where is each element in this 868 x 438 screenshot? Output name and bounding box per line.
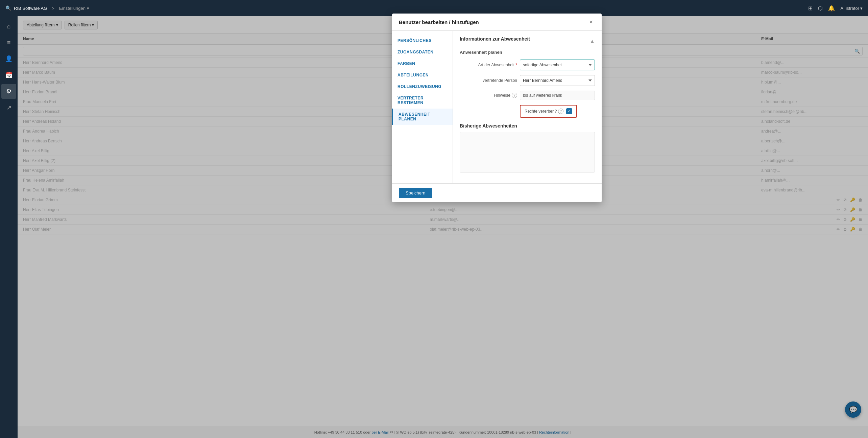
sidebar-item-calendar[interactable]: 📅	[1, 68, 16, 83]
dialog-body: PERSÖNLICHES ZUGANGSDATEN FARBEN ABTEILU…	[392, 31, 602, 183]
help-icon-hinweise[interactable]: ?	[512, 93, 517, 98]
breadcrumb-section[interactable]: Einstellungen ▾	[59, 6, 89, 11]
help-icon-rechte[interactable]: ?	[558, 109, 563, 114]
sidebar-item-home[interactable]: ⌂	[1, 19, 16, 34]
form-row-hinweise: Hinweise ? bis auf weiteres krank	[460, 91, 595, 100]
sidebar: ⌂ ≡ 👤 📅 ⚙ ↗	[0, 16, 18, 438]
topbar-left: 🔍 RIB Software AG > Einstellungen ▾	[5, 5, 89, 11]
collapse-icon[interactable]: ▲	[589, 38, 595, 44]
dialog-nav: PERSÖNLICHES ZUGANGSDATEN FARBEN ABTEILU…	[392, 31, 453, 183]
rechte-vererben-box: Rechte vererben? ? ✓	[520, 105, 577, 118]
rechte-label: Rechte vererben? ?	[525, 109, 563, 114]
bisherige-title: Bisherige Abwesenheiten	[460, 123, 595, 129]
nav-item-farben[interactable]: FARBEN	[392, 58, 453, 69]
label-hinweise: Hinweise ?	[460, 93, 517, 98]
window-icon[interactable]: ⬡	[818, 5, 823, 11]
label-vertreter: vertretende Person	[460, 78, 517, 83]
nav-item-abwesenheit[interactable]: ABWESENHEIT PLANEN	[392, 109, 453, 125]
form-row-art: Art der Abwesenheit sofortige Abwesenhei…	[460, 60, 595, 70]
grid-icon[interactable]: ⊞	[808, 5, 813, 11]
select-art[interactable]: sofortige Abwesenheit	[520, 60, 595, 70]
label-art: Art der Abwesenheit	[460, 63, 517, 67]
sidebar-item-settings[interactable]: ⚙	[1, 84, 16, 99]
section-title: Informationen zur Abwesenheit	[460, 36, 530, 42]
nav-item-persoenliches[interactable]: PERSÖNLICHES	[392, 35, 453, 46]
save-button[interactable]: Speichern	[399, 188, 432, 198]
dialog-close-button[interactable]: ×	[587, 18, 595, 26]
dialog-header: Benutzer bearbeiten / hinzufügen ×	[392, 14, 602, 31]
nav-item-vertreter[interactable]: VERTRETER BESTIMMEN	[392, 92, 453, 109]
sidebar-item-export[interactable]: ↗	[1, 100, 16, 115]
bisherige-box	[460, 132, 595, 172]
topbar-right: ⊞ ⬡ 🔔 A. istrator ▾	[808, 5, 863, 11]
rechte-checkbox[interactable]: ✓	[566, 108, 572, 114]
dialog-footer: Speichern	[392, 183, 602, 202]
user-menu[interactable]: A. istrator ▾	[840, 6, 863, 11]
sub-section-title: Anwesenheit planen	[460, 50, 595, 55]
search-icon[interactable]: 🔍	[5, 5, 11, 11]
nav-item-zugangsdaten[interactable]: ZUGANGSDATEN	[392, 46, 453, 58]
edit-user-dialog: Benutzer bearbeiten / hinzufügen × PERSÖ…	[392, 14, 602, 202]
select-vertreter[interactable]: Herr Bernhard Amend	[520, 75, 595, 86]
dialog-content: Informationen zur Abwesenheit ▲ Anwesenh…	[453, 31, 602, 183]
bell-icon[interactable]: 🔔	[828, 5, 835, 11]
breadcrumb-sep: >	[52, 6, 54, 11]
form-row-vertreter: vertretende Person Herr Bernhard Amend	[460, 75, 595, 86]
dialog-title: Benutzer bearbeiten / hinzufügen	[399, 19, 479, 25]
nav-item-abteilungen[interactable]: ABTEILUNGEN	[392, 69, 453, 81]
company-name: RIB Software AG	[14, 6, 47, 11]
sidebar-item-menu[interactable]: ≡	[1, 35, 16, 50]
sidebar-item-user[interactable]: 👤	[1, 51, 16, 66]
hinweise-value: bis auf weiteres krank	[520, 91, 595, 100]
nav-item-rollenzuweisung[interactable]: ROLLENZUWEISUNG	[392, 81, 453, 92]
